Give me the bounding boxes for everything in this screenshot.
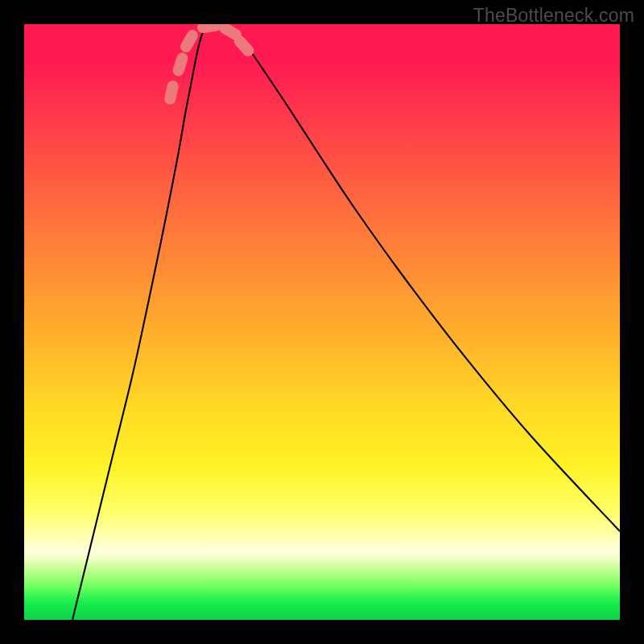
chart-svg (24, 24, 620, 620)
curve-marker (171, 52, 190, 78)
curve-markers (163, 24, 256, 105)
curve-marker (178, 28, 200, 55)
plot-area (24, 24, 620, 620)
curve-marker (196, 24, 222, 34)
chart-frame: TheBottleneck.com (0, 0, 644, 644)
bottleneck-curve (72, 24, 620, 620)
watermark-text: TheBottleneck.com (473, 5, 634, 27)
curve-marker (163, 80, 180, 105)
